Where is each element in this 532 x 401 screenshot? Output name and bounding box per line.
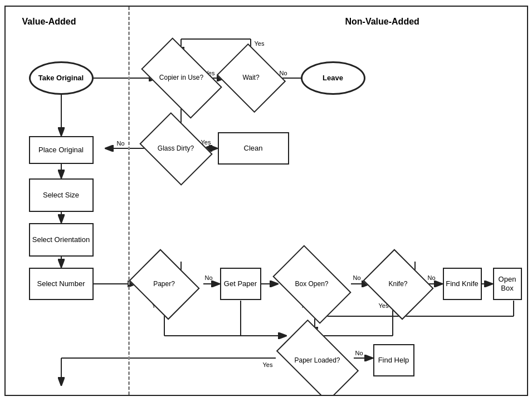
knife-shape: Knife?	[370, 262, 426, 307]
paper-label: Paper?	[153, 280, 175, 288]
select-orientation-label: Select Orientation	[32, 235, 90, 244]
glass-dirty-label: Glass Dirty?	[158, 144, 194, 152]
find-help-label: Find Help	[378, 356, 409, 365]
value-added-label: Value-Added	[22, 17, 76, 27]
wait-shape: Wait?	[224, 56, 278, 100]
wait-no-label: No	[280, 70, 287, 76]
select-number-shape: Select Number	[29, 268, 94, 300]
select-size-shape: Select Size	[29, 178, 94, 212]
copier-in-use-shape: Copier in Use?	[147, 56, 217, 100]
wait-yes-label: Yes	[255, 40, 265, 47]
get-paper-label: Get Paper	[224, 279, 257, 288]
boxopen-no-label: No	[353, 274, 361, 281]
glass-dirty-shape: Glass Dirty?	[147, 127, 206, 171]
take-original-shape: Take Original	[29, 61, 94, 95]
wait-label: Wait?	[242, 74, 259, 81]
paper-loaded-label: Paper Loaded?	[294, 356, 340, 364]
select-number-label: Select Number	[37, 279, 85, 288]
glass-no-label: No	[117, 140, 125, 147]
paper-shape: Paper?	[136, 262, 192, 307]
non-value-added-label: Non-Value-Added	[345, 17, 419, 27]
clean-shape: Clean	[218, 132, 289, 165]
paper-loaded-shape: Paper Loaded?	[281, 339, 354, 383]
find-knife-shape: Find Knife	[443, 268, 482, 300]
open-box-shape: Open Box	[493, 268, 522, 300]
open-box-label: Open Box	[494, 275, 521, 292]
knife-no-label: No	[428, 274, 436, 281]
get-paper-shape: Get Paper	[220, 268, 261, 300]
paperloaded-yes-label: Yes	[263, 361, 273, 368]
box-open-label: Box Open?	[295, 280, 328, 288]
knife-label: Knife?	[388, 280, 407, 288]
select-orientation-shape: Select Orientation	[29, 223, 94, 257]
find-help-shape: Find Help	[373, 344, 414, 376]
paperloaded-no-label: No	[355, 350, 363, 356]
leave-label: Leave	[323, 74, 343, 83]
place-original-label: Place Original	[38, 146, 84, 154]
paper-no-label: No	[205, 274, 213, 281]
take-original-label: Take Original	[38, 74, 84, 83]
box-open-shape: Box Open?	[279, 262, 345, 307]
copier-in-use-label: Copier in Use?	[159, 74, 203, 81]
flowchart-container: Value-Added Non-Value-Added	[4, 6, 528, 396]
place-original-shape: Place Original	[29, 136, 94, 164]
find-knife-label: Find Knife	[446, 279, 479, 288]
section-divider	[128, 7, 130, 395]
clean-label: Clean	[244, 144, 263, 153]
select-size-label: Select Size	[43, 191, 79, 200]
leave-shape: Leave	[301, 61, 365, 95]
